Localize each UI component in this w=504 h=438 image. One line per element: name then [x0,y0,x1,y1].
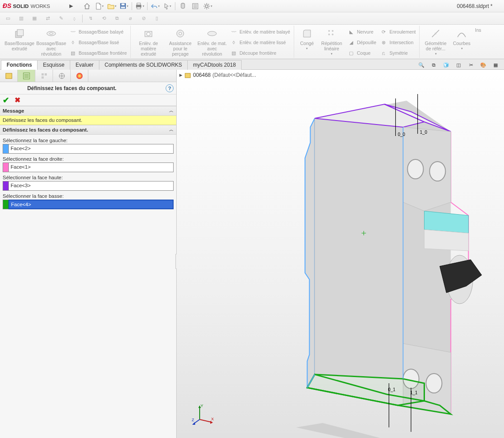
section-header-faces[interactable]: Définissez les faces du composant. ︿ [0,125,176,135]
qb-icon-11[interactable]: ⊘ [138,14,149,23]
print-icon[interactable]: ▾ [134,1,145,11]
model-view: 0_0 1_0 0_1 1_1 [177,70,504,438]
wrap-button[interactable]: ⟳Enroulement [378,26,418,37]
svg-line-22 [208,8,209,8]
section-view-icon[interactable]: ✂ [466,60,476,69]
section-header-message[interactable]: Message ︿ [0,106,176,116]
mirror-icon: ⎌ [380,49,388,57]
extrude-boss-button[interactable]: Base/Bossage extrudé [4,26,35,52]
undo-icon[interactable]: ▾ [149,1,161,11]
scene-icon[interactable]: ▦ [491,60,500,69]
draft-button[interactable]: ◢Dépouille [345,37,378,48]
zoom-window-icon[interactable]: ⧉ [429,60,439,69]
svg-point-65 [426,374,442,393]
value-face-right[interactable]: Face<1> [8,162,174,172]
tab-evaluer[interactable]: Evaluer [70,60,99,70]
dimxpert-manager-tab[interactable] [53,70,71,82]
svg-point-33 [332,30,333,32]
feature-manager-tab[interactable] [0,70,18,82]
svg-text:Z: Z [192,418,194,422]
select-face-top[interactable]: Face<3> [3,181,174,191]
title-bar: ÐS SOLID WORKS ▶ ▾ ▾ ▾ ▾ ▾ ▾ ▾ 006468.sl… [0,0,504,12]
label-face-left: Sélectionnez la face gauche: [3,138,174,143]
instant3d-button[interactable]: Ins [474,26,482,34]
value-face-bottom[interactable]: Face<4> [8,200,174,209]
tab-esquisse[interactable]: Esquisse [37,60,70,70]
linear-pattern-button[interactable]: Répétition linéaire ▾ [318,26,345,57]
svg-line-78 [200,419,211,422]
new-file-icon[interactable]: ▾ [94,1,105,11]
svg-rect-38 [6,73,12,79]
select-face-left[interactable]: Face<2> [3,144,174,154]
qb-icon-12[interactable]: ▯ [152,14,162,23]
help-icon[interactable]: ? [166,84,174,92]
qb-icon-2[interactable]: ▥ [16,14,27,23]
loft-boss-button[interactable]: ◊Bossage/Base lissé [67,37,129,48]
anno-top-2: 1_0 [420,130,428,135]
options-list-icon[interactable] [189,1,201,11]
property-manager-tab[interactable] [18,70,35,82]
intersect-button[interactable]: ⊗Intersection [378,37,418,48]
select-face-right[interactable]: Face<1> [3,162,174,172]
shell-button[interactable]: ▢Coque [345,48,378,58]
tab-mycadtools[interactable]: myCADtools 2018 [187,60,242,70]
cut-extrude-button[interactable]: Enlèv. de matière extrudé [133,26,164,57]
ref-geometry-button[interactable]: Géométrie de référ...▾ [421,26,450,57]
curves-button[interactable]: Courbes▾ [450,26,474,51]
menu-expand-icon[interactable]: ▶ [69,2,73,10]
qb-icon-6[interactable]: ⎀ [69,14,80,23]
chevron-up-icon: ︿ [169,127,174,133]
svg-marker-67 [307,374,424,405]
qb-icon-10[interactable]: ⌀ [125,14,136,23]
rebuild-icon[interactable] [177,1,189,11]
cut-boundary-button[interactable]: ▧Découpe frontière [228,48,292,58]
qb-icon-4[interactable]: ⇄ [42,14,53,23]
qb-icon-7[interactable]: ↯ [85,14,96,23]
qb-icon-1[interactable]: ▭ [3,14,13,23]
configuration-manager-tab[interactable] [35,70,53,82]
select-icon[interactable]: ▾ [162,1,173,11]
command-manager-tabs: Fonctions Esquisse Evaluer Compléments d… [0,59,504,70]
display-style-icon[interactable]: ◫ [454,60,463,69]
zoom-fit-icon[interactable]: 🔍 [417,60,426,69]
qb-icon-8[interactable]: ⟲ [99,14,109,23]
tab-complements[interactable]: Compléments de SOLIDWORKS [99,60,188,70]
open-file-icon[interactable]: ▾ [106,1,117,11]
ribbon-group-features: Congé ▾ Répétition linéaire ▾ ◣Nervure ◢… [294,26,420,58]
svg-marker-79 [210,421,213,424]
hole-wizard-button[interactable]: Assistance pour le perçage [164,26,196,57]
sweep-boss-button[interactable]: 〰Bossage/Base balayé [67,26,129,37]
cut-revolve-button[interactable]: Enlèv. de mat. avec révolution [196,26,228,57]
message-body: Définissez les faces du composant. [0,116,176,125]
value-face-top[interactable]: Face<3> [8,181,174,191]
revolve-boss-button[interactable]: Bossage/Base avec révolution [35,26,67,57]
cut-loft-button[interactable]: ◊Enlèv. de matière lissé [228,37,292,48]
qb-icon-5[interactable]: ✎ [56,14,66,23]
display-manager-tab[interactable] [71,70,88,82]
graphics-viewport[interactable]: ▶ 006468 (Défaut<<Défaut... [177,70,504,438]
svg-point-32 [328,30,330,32]
mirror-button[interactable]: ⎌Symétrie [378,48,418,58]
intersect-icon: ⊗ [380,38,388,46]
qb-icon-3[interactable]: ▦ [29,14,40,23]
orientation-triad[interactable]: Y X Z [192,403,214,425]
save-icon[interactable]: ▾ [118,1,130,11]
boundary-boss-button[interactable]: ▧Bossage/Base frontière [67,48,129,58]
label: Enlèv. de mat. avec révolution [197,41,227,57]
ok-button[interactable]: ✔ [3,95,9,105]
value-face-left[interactable]: Face<2> [8,144,174,154]
qb-icon-9[interactable]: ⧉ [112,14,122,23]
tab-fonctions[interactable]: Fonctions [1,60,38,70]
home-icon[interactable] [81,1,93,11]
cancel-button[interactable]: ✖ [15,96,20,104]
view-orient-icon[interactable]: 🧊 [441,60,451,69]
settings-gear-icon[interactable]: ▾ [202,1,213,11]
wrap-icon: ⟳ [380,28,388,36]
rib-button[interactable]: ◣Nervure [345,26,378,37]
fillet-button[interactable]: Congé ▾ [296,26,318,51]
cut-sweep-button[interactable]: 〰Enlèv. de matière balayé [228,26,292,37]
cut-boundary-icon: ▧ [230,49,238,57]
svg-text:Y: Y [201,404,203,408]
select-face-bottom[interactable]: Face<4> [3,200,174,209]
appearance-icon[interactable]: 🎨 [478,60,488,69]
